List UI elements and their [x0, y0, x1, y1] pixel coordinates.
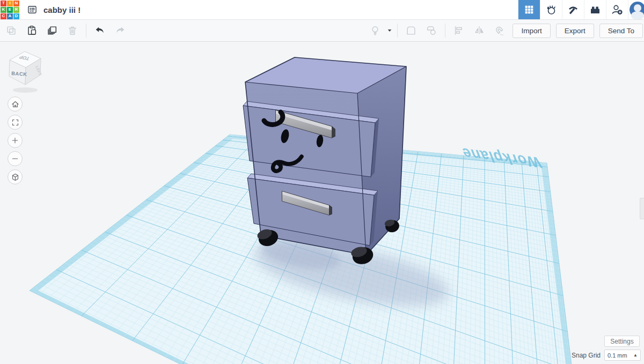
align-button[interactable] — [451, 23, 467, 39]
settings-button[interactable]: Settings — [604, 336, 640, 347]
toolbar-divider — [397, 24, 398, 38]
mode-sim-lab-button[interactable] — [540, 0, 562, 19]
sim-lab-icon — [545, 3, 558, 16]
scene-svg[interactable]: Workplane — [0, 42, 644, 364]
grid-view-icon — [523, 4, 535, 16]
logo-tile: A — [7, 13, 13, 19]
header-mode-switcher — [518, 0, 644, 19]
zoom-out-button[interactable] — [8, 151, 23, 166]
lego-icon — [589, 3, 602, 16]
magnet-snap-button[interactable] — [492, 23, 508, 39]
align-icon — [453, 25, 465, 36]
mode-3d-view-button[interactable] — [518, 0, 540, 19]
minecraft-icon — [567, 3, 580, 16]
design-title: cabby iii ! — [43, 5, 80, 14]
copy-button[interactable] — [3, 23, 19, 39]
import-button[interactable]: Import — [513, 24, 550, 38]
perspective-icon — [11, 173, 20, 182]
mode-lego-button[interactable] — [584, 0, 606, 19]
toolbar-divider — [86, 24, 86, 38]
perspective-toggle-button[interactable] — [8, 169, 23, 184]
logo-tile: C — [1, 13, 6, 19]
view-cube[interactable]: TOP BACK LEFT — [5, 48, 46, 94]
show-hide-icon — [369, 25, 381, 36]
view-nav-controls — [8, 96, 23, 184]
logo-tile: D — [13, 13, 19, 19]
copy-icon — [5, 25, 17, 36]
export-button[interactable]: Export — [556, 24, 594, 38]
snap-grid-value: 0.1 mm — [608, 352, 627, 359]
snap-grid-control: Snap Grid 0.1 mm ▲ — [572, 350, 641, 361]
edit-toolbar: Import Export Send To — [0, 20, 644, 42]
cabinet-object[interactable] — [243, 57, 406, 266]
fit-view-button[interactable] — [8, 115, 23, 130]
logo-tile: K — [1, 7, 6, 13]
toolbar-divider — [445, 24, 445, 38]
snap-grid-label: Snap Grid — [572, 352, 601, 359]
account-menu-button[interactable] — [628, 0, 644, 19]
magnet-snap-icon — [494, 25, 506, 36]
view-cube-shadow — [13, 87, 38, 93]
paste-button[interactable] — [24, 23, 40, 39]
zoom-out-icon — [11, 154, 19, 163]
logo-tile: E — [7, 7, 13, 13]
mode-minecraft-button[interactable] — [562, 0, 584, 19]
tinkercad-app: TINKERCAD cabby iii ! — [0, 0, 644, 364]
mirror-button[interactable] — [471, 23, 487, 39]
delete-button[interactable] — [64, 23, 80, 39]
view-cube-front-label: BACK — [11, 70, 27, 77]
snap-caret-icon: ▲ — [633, 353, 638, 358]
ungroup-icon — [426, 25, 437, 36]
home-view-button[interactable] — [8, 96, 23, 112]
logo-tile: T — [1, 1, 6, 6]
dropdown-caret-icon — [387, 28, 392, 33]
snap-grid-select[interactable]: 0.1 mm ▲ — [604, 350, 641, 361]
invite-icon — [611, 3, 624, 16]
invite-button[interactable] — [606, 0, 628, 19]
logo-tile: N — [13, 1, 19, 6]
duplicate-button[interactable] — [44, 23, 60, 39]
design-properties-icon — [27, 4, 38, 15]
redo-button[interactable] — [112, 23, 128, 39]
show-hide-dropdown[interactable] — [385, 23, 394, 39]
design-properties-button[interactable] — [25, 3, 39, 17]
avatar-icon — [630, 2, 644, 18]
logo-tile: I — [7, 1, 13, 6]
logo-tile: R — [13, 7, 19, 13]
delete-icon — [67, 25, 78, 36]
zoom-in-icon — [11, 136, 19, 145]
group-button[interactable] — [403, 23, 419, 39]
ungroup-button[interactable] — [423, 23, 440, 39]
tinkercad-logo[interactable]: TINKERCAD — [1, 1, 19, 19]
viewport-3d[interactable]: Workplane TOP BACK LEFT Settings Snap Gr… — [0, 42, 644, 364]
home-icon — [11, 100, 20, 109]
undo-button[interactable] — [92, 23, 108, 39]
redo-icon — [114, 25, 126, 36]
undo-icon — [94, 25, 106, 36]
paste-icon — [26, 25, 38, 36]
mirror-icon — [473, 25, 485, 36]
show-hide-button[interactable] — [367, 23, 383, 39]
duplicate-icon — [46, 25, 58, 36]
app-header: TINKERCAD cabby iii ! — [0, 0, 644, 20]
fit-view-icon — [11, 118, 20, 127]
zoom-in-button[interactable] — [8, 133, 23, 148]
panel-handle[interactable] — [640, 198, 644, 219]
send-to-button[interactable]: Send To — [599, 24, 643, 38]
group-icon — [405, 25, 417, 36]
